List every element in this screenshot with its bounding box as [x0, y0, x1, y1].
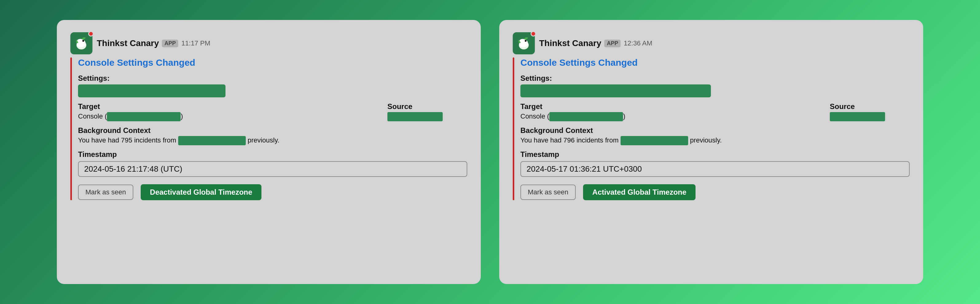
bg-context-redacted-2 [620, 136, 688, 145]
mark-seen-button-1[interactable]: Mark as seen [78, 185, 133, 200]
source-col-1: Source [387, 102, 467, 121]
notification-dot-2 [531, 31, 536, 37]
content-area-2: Console Settings Changed Settings: Targe… [513, 57, 910, 200]
source-redacted-2 [830, 112, 885, 121]
content-body-2: Console Settings Changed Settings: Targe… [520, 57, 910, 200]
timestamp-label-1: Timestamp [78, 150, 467, 159]
timestamp-label-2: Timestamp [520, 150, 910, 159]
settings-section-2: Settings: [520, 74, 910, 97]
target-redacted-1 [107, 112, 181, 121]
timestamp-section-1: Timestamp 2024-05-16 21:17:48 (UTC) [78, 150, 467, 177]
mark-seen-button-2[interactable]: Mark as seen [520, 185, 576, 200]
target-label-1: Target [78, 102, 375, 111]
red-border-1 [70, 57, 72, 200]
actions-row-1: Mark as seen Deactivated Global Timezone [78, 184, 467, 200]
alert-title-2: Console Settings Changed [520, 57, 910, 68]
bg-context-label-2: Background Context [520, 126, 910, 135]
bg-context-section-2: Background Context You have had 796 inci… [520, 126, 910, 145]
target-source-row-2: Target Console () Source [520, 102, 910, 121]
source-redacted-1 [387, 112, 443, 121]
target-value-2: Console () [520, 112, 818, 121]
target-value-1: Console () [78, 112, 375, 121]
header-meta-2: Thinkst Canary APP 12:36 AM [539, 38, 652, 48]
card-header-1: Thinkst Canary APP 11:17 PM [70, 32, 467, 54]
avatar-1 [70, 32, 92, 54]
card-header-2: Thinkst Canary APP 12:36 AM [513, 32, 910, 54]
action-button-2[interactable]: Activated Global Timezone [583, 184, 695, 200]
settings-label-2: Settings: [520, 74, 910, 83]
app-badge-1: APP [162, 40, 178, 47]
source-col-2: Source [830, 102, 910, 121]
red-border-2 [513, 57, 514, 200]
bg-context-value-2: You have had 796 incidents from previous… [520, 136, 910, 145]
app-name-1: Thinkst Canary [97, 38, 159, 48]
target-col-2: Target Console () [520, 102, 818, 121]
settings-redacted-2 [520, 84, 711, 97]
bg-context-value-1: You have had 795 incidents from previous… [78, 136, 467, 145]
source-value-1 [387, 112, 467, 121]
bg-context-redacted-1 [178, 136, 246, 145]
bg-context-label-1: Background Context [78, 126, 467, 135]
target-col-1: Target Console () [78, 102, 375, 121]
notification-card-2: Thinkst Canary APP 12:36 AM Console Sett… [499, 20, 923, 284]
bg-context-section-1: Background Context You have had 795 inci… [78, 126, 467, 145]
header-time-1: 11:17 PM [181, 39, 210, 47]
header-meta-1: Thinkst Canary APP 11:17 PM [97, 38, 210, 48]
source-value-2 [830, 112, 910, 121]
notification-dot-1 [88, 31, 94, 37]
content-area-1: Console Settings Changed Settings: Targe… [70, 57, 467, 200]
settings-redacted-1 [78, 84, 226, 97]
app-name-2: Thinkst Canary [539, 38, 601, 48]
header-time-2: 12:36 AM [624, 39, 652, 47]
action-button-1[interactable]: Deactivated Global Timezone [141, 184, 261, 200]
timestamp-value-2: 2024-05-17 01:36:21 UTC+0300 [520, 161, 910, 177]
content-body-1: Console Settings Changed Settings: Targe… [78, 57, 467, 200]
target-redacted-2 [549, 112, 623, 121]
timestamp-section-2: Timestamp 2024-05-17 01:36:21 UTC+0300 [520, 150, 910, 177]
app-badge-2: APP [604, 40, 620, 47]
target-label-2: Target [520, 102, 818, 111]
svg-point-1 [82, 40, 84, 42]
source-label-1: Source [387, 102, 467, 111]
target-source-row-1: Target Console () Source [78, 102, 467, 121]
avatar-2 [513, 32, 535, 54]
alert-title-1: Console Settings Changed [78, 57, 467, 68]
timestamp-value-1: 2024-05-16 21:17:48 (UTC) [78, 161, 467, 177]
actions-row-2: Mark as seen Activated Global Timezone [520, 184, 910, 200]
svg-point-3 [525, 40, 527, 42]
notification-card-1: Thinkst Canary APP 11:17 PM Console Sett… [57, 20, 481, 284]
settings-label-1: Settings: [78, 74, 467, 83]
source-label-2: Source [830, 102, 910, 111]
settings-section-1: Settings: [78, 74, 467, 97]
